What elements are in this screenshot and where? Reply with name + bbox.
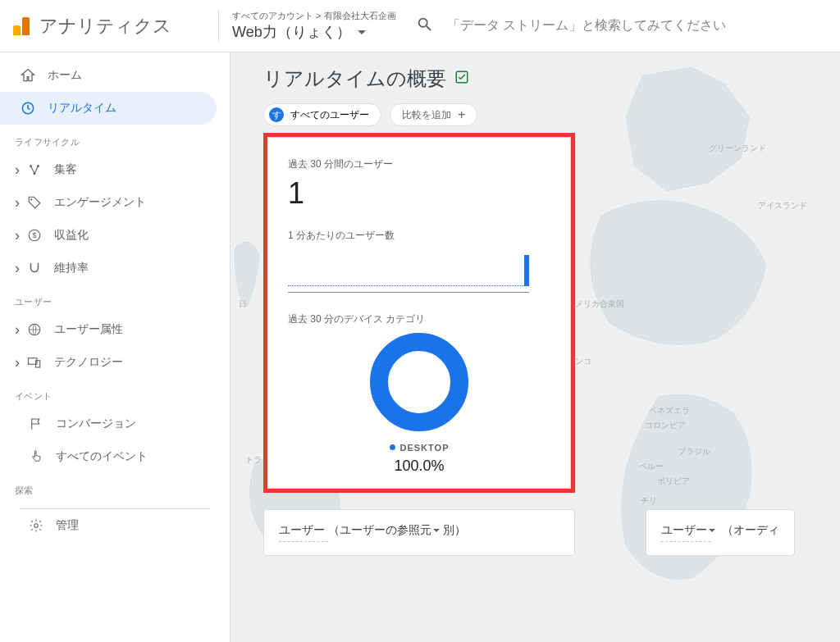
card-users-by-audience[interactable]: ユーザー （オーディ: [646, 509, 795, 556]
page-title-row: リアルタイムの概要: [263, 66, 840, 92]
label-device-30m: 過去 30 分のデバイス カテゴリ: [288, 312, 550, 326]
svg-point-10: [34, 524, 39, 528]
nav-realtime[interactable]: リアルタイム: [0, 92, 217, 125]
nav-admin-label: 管理: [56, 518, 79, 533]
home-icon: [20, 67, 36, 84]
device-name: DESKTOP: [400, 443, 450, 453]
card2-prefix[interactable]: ユーザー: [661, 523, 715, 536]
devices-icon: [26, 354, 43, 371]
svg-text:$: $: [33, 232, 37, 239]
section-user: ユーザー: [0, 285, 230, 313]
nav-all-events-label: すべてのイベント: [56, 449, 148, 464]
nav-tech[interactable]: テクノロジー: [0, 346, 217, 379]
bottom-cards-row: ユーザー （ユーザーの参照元 別） ユーザー （オーディ: [263, 509, 840, 556]
dollar-icon: $: [26, 227, 43, 244]
nav-retention[interactable]: 維持率: [0, 252, 217, 285]
nav-home[interactable]: ホーム: [0, 59, 217, 92]
nav-admin[interactable]: 管理: [0, 509, 217, 542]
property-selector[interactable]: すべてのアカウント > 有限会社大石企画 Web力（りょく）: [218, 10, 396, 42]
analytics-logo-icon: [13, 17, 30, 35]
verified-icon: [454, 70, 469, 88]
search-icon: [416, 16, 434, 37]
nav-acquisition-label: 集客: [54, 162, 77, 177]
card2-suffix: （オーディ: [722, 523, 779, 536]
chip-add-comparison[interactable]: 比較を追加 +: [390, 103, 477, 126]
nav-demographics[interactable]: ユーザー属性: [0, 313, 217, 346]
section-lifecycle: ライフサイクル: [0, 125, 230, 153]
touch-icon: [28, 448, 44, 465]
nav-monetization[interactable]: $ 収益化: [0, 219, 217, 252]
realtime-overview-card: 過去 30 分間のユーザー 1 1 分あたりのユーザー数 過去 30 分のデバイ…: [267, 137, 571, 489]
search-box[interactable]: 「データ ストリーム」と検索してみてください: [416, 16, 827, 37]
breadcrumb: すべてのアカウント > 有限会社大石企画: [232, 10, 396, 22]
chip-add-comparison-label: 比較を追加: [402, 108, 451, 122]
legend-dot-icon: [390, 444, 395, 450]
chip-all-users[interactable]: す すべてのユーザー: [263, 103, 381, 126]
nav-acquisition[interactable]: 集客: [0, 153, 217, 186]
card1-prefix: ユーザー: [279, 523, 325, 536]
svg-point-4: [30, 198, 32, 200]
nav-realtime-label: リアルタイム: [48, 101, 116, 116]
globe-icon: [26, 321, 43, 338]
nav-tech-label: テクノロジー: [54, 355, 123, 370]
clock-icon: [20, 100, 36, 116]
chip-all-users-label: すべてのユーザー: [290, 108, 369, 122]
plus-icon: +: [458, 107, 465, 122]
property-name: Web力（りょく）: [232, 22, 351, 42]
card1-suffix: 別）: [443, 523, 466, 536]
search-placeholder: 「データ ストリーム」と検索してみてください: [447, 17, 726, 34]
label-users-30m: 過去 30 分間のユーザー: [288, 157, 550, 171]
chevron-down-icon: [358, 30, 366, 34]
highlight-annotation: 過去 30 分間のユーザー 1 1 分あたりのユーザー数 過去 30 分のデバイ…: [263, 133, 575, 493]
nav-home-label: ホーム: [48, 68, 82, 83]
label-per-min: 1 分あたりのユーザー数: [288, 229, 550, 243]
page-title: リアルタイムの概要: [263, 66, 446, 92]
users-per-minute-chart: [288, 248, 550, 287]
device-donut-chart: [288, 333, 550, 431]
content-area: グリーンランド アイスランド メリカ合衆国 日 キンコ ベネズエラ コロンビア …: [230, 52, 840, 642]
nav-conversions[interactable]: コンバージョン: [0, 408, 217, 440]
section-explore: 探索: [0, 473, 230, 502]
nav-all-events[interactable]: すべてのイベント: [0, 440, 217, 473]
nav-engagement-label: エンゲージメント: [54, 195, 146, 210]
dashed-underline: [279, 541, 328, 542]
nav-engagement[interactable]: エンゲージメント: [0, 186, 217, 219]
acquisition-icon: [26, 162, 43, 178]
magnet-icon: [26, 260, 43, 276]
device-legend: DESKTOP 100.0%: [288, 439, 550, 475]
users-count: 1: [288, 176, 550, 211]
nav-conversions-label: コンバージョン: [56, 417, 136, 431]
app-name: アナリティクス: [39, 14, 171, 39]
sidebar: ホーム リアルタイム ライフサイクル 集客 エンゲージメント $ 収益化 維持率…: [0, 52, 230, 642]
nav-retention-label: 維持率: [54, 261, 89, 275]
card1-dropdown[interactable]: （ユーザーの参照元: [328, 523, 440, 536]
section-event: イベント: [0, 379, 230, 408]
app-header: アナリティクス すべてのアカウント > 有限会社大石企画 Web力（りょく） 「…: [0, 0, 840, 52]
flag-icon: [28, 416, 44, 432]
card-users-by-source[interactable]: ユーザー （ユーザーの参照元 別）: [263, 509, 575, 556]
nav-demographics-label: ユーザー属性: [54, 322, 123, 337]
tag-icon: [26, 194, 43, 211]
chip-badge: す: [269, 107, 284, 122]
nav-monetization-label: 収益化: [54, 228, 89, 243]
device-percent: 100.0%: [288, 458, 550, 475]
gear-icon: [28, 517, 44, 534]
comparison-chips: す すべてのユーザー 比較を追加 +: [263, 103, 840, 126]
dashed-underline-2: [661, 541, 710, 542]
logo-area[interactable]: アナリティクス: [13, 14, 218, 39]
